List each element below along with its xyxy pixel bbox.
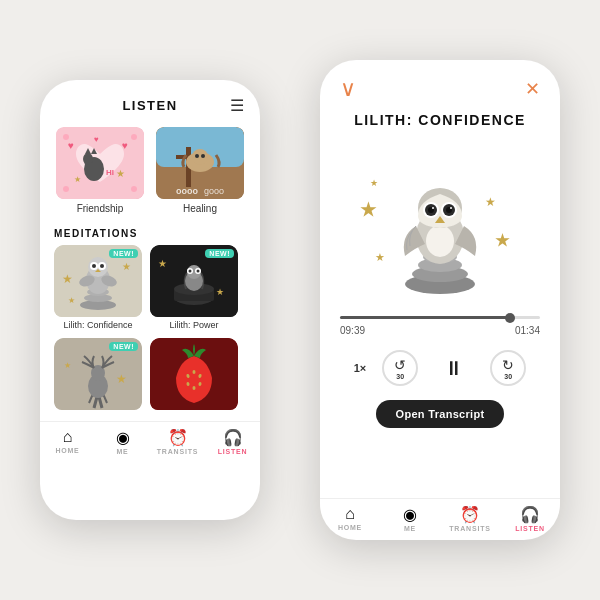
right-nav-home[interactable]: ⌂ HOME <box>320 505 380 532</box>
svg-point-2 <box>131 134 137 140</box>
svg-text:★: ★ <box>485 195 496 209</box>
play-pause-button[interactable]: ⏸ <box>434 348 474 388</box>
svg-text:★: ★ <box>375 251 385 263</box>
close-button[interactable]: ✕ <box>525 78 540 100</box>
meditations-label: MEDITATIONS <box>40 224 260 245</box>
svg-text:oooo: oooo <box>176 186 198 196</box>
left-nav-listen[interactable]: 🎧 LISTEN <box>205 428 260 455</box>
svg-point-22 <box>201 154 205 158</box>
new-badge-lilith-confidence: NEW! <box>109 249 138 258</box>
listen-icon: 🎧 <box>223 428 243 447</box>
home-icon: ⌂ <box>63 428 73 446</box>
transits-label: TRANSITS <box>157 448 198 455</box>
meditations-grid: ★ ★ ★ NEW! Lilith: Confidence <box>40 245 260 338</box>
menu-icon[interactable]: ☰ <box>230 96 244 115</box>
skip-back-button[interactable]: ↺ 30 <box>382 350 418 386</box>
right-phone-title: LILITH: CONFIDENCE <box>320 108 560 136</box>
deer-med-art: ★ ★ NEW! <box>54 338 142 410</box>
listen-card-friendship[interactable]: ♥ ♥ ♥ ★ ★ HI Friendsh <box>54 127 146 214</box>
med-card-lilith-confidence[interactable]: ★ ★ ★ NEW! Lilith: Confidence <box>54 245 142 330</box>
svg-point-21 <box>195 154 199 158</box>
healing-label: Healing <box>183 203 217 214</box>
left-phone-title: LISTEN <box>122 98 177 113</box>
right-transits-label: TRANSITS <box>449 525 490 532</box>
skip-back-label: 30 <box>396 373 404 380</box>
right-me-icon: ◉ <box>403 505 417 524</box>
friendship-label: Friendship <box>77 203 124 214</box>
right-artwork: ★ ★ ★ ★ ★ <box>320 136 560 306</box>
med-card-lilith-power[interactable]: ★ ★ NEW! Lilith: Power <box>150 245 238 330</box>
witch-med-art: ★ ★ NEW! <box>150 245 238 317</box>
transcript-button[interactable]: Open Transcript <box>376 400 505 428</box>
skip-back-icon: ↺ <box>394 357 406 373</box>
left-phone-header: LISTEN ☰ <box>40 80 260 121</box>
home-label: HOME <box>55 447 79 454</box>
right-bottom-nav: ⌂ HOME ◉ ME ⏰ TRANSITS 🎧 LISTEN <box>320 498 560 540</box>
current-time: 09:39 <box>340 325 365 336</box>
owl-med-art: ★ ★ ★ NEW! <box>54 245 142 317</box>
progress-fill <box>340 316 510 319</box>
med-label-lilith-power: Lilith: Power <box>169 320 218 330</box>
svg-text:★: ★ <box>122 261 131 272</box>
spacer <box>320 432 560 498</box>
svg-text:♥: ♥ <box>68 140 74 151</box>
progress-track[interactable] <box>340 316 540 319</box>
left-nav-transits[interactable]: ⏰ TRANSITS <box>150 428 205 455</box>
left-bottom-nav: ⌂ HOME ◉ ME ⏰ TRANSITS 🎧 LISTEN <box>40 421 260 463</box>
svg-point-34 <box>100 264 104 268</box>
strawberry-med-art <box>150 338 238 410</box>
right-home-icon: ⌂ <box>345 505 355 523</box>
svg-point-3 <box>63 186 69 192</box>
svg-text:★: ★ <box>116 168 125 179</box>
me-label: ME <box>116 448 128 455</box>
speed-button[interactable]: 1× <box>354 362 367 374</box>
svg-point-79 <box>450 207 452 209</box>
back-button[interactable]: ∨ <box>340 76 356 102</box>
right-me-label: ME <box>404 525 416 532</box>
me-icon: ◉ <box>116 428 130 447</box>
svg-text:★: ★ <box>370 178 378 188</box>
med-card-deer[interactable]: ★ ★ NEW! <box>54 338 142 413</box>
svg-point-9 <box>83 153 93 165</box>
time-row: 09:39 01:34 <box>340 325 540 336</box>
skip-forward-label: 30 <box>504 373 512 380</box>
svg-point-70 <box>426 225 454 257</box>
svg-text:★: ★ <box>216 287 224 297</box>
left-nav-home[interactable]: ⌂ HOME <box>40 428 95 455</box>
right-listen-icon: 🎧 <box>520 505 540 524</box>
svg-point-33 <box>92 264 96 268</box>
new-badge-lilith-power: NEW! <box>205 249 234 258</box>
right-nav-transits[interactable]: ⏰ TRANSITS <box>440 505 500 532</box>
total-time: 01:34 <box>515 325 540 336</box>
svg-text:gooo: gooo <box>204 186 224 196</box>
svg-point-49 <box>189 270 192 273</box>
right-nav-listen[interactable]: 🎧 LISTEN <box>500 505 560 532</box>
med-card-strawberry[interactable] <box>150 338 238 413</box>
skip-forward-button[interactable]: ↻ 30 <box>490 350 526 386</box>
svg-point-50 <box>197 270 200 273</box>
right-transits-icon: ⏰ <box>460 505 480 524</box>
right-nav-me[interactable]: ◉ ME <box>380 505 440 532</box>
right-phone: ∨ ✕ LILITH: CONFIDENCE <box>320 60 560 540</box>
svg-text:★: ★ <box>62 272 73 286</box>
right-phone-header: ∨ ✕ <box>320 60 560 108</box>
healing-art: oooo gooo <box>156 127 244 199</box>
listen-card-healing[interactable]: oooo gooo Healing <box>154 127 246 214</box>
transits-icon: ⏰ <box>168 428 188 447</box>
phones-container: LISTEN ☰ <box>20 20 580 580</box>
svg-text:★: ★ <box>495 232 510 249</box>
svg-point-64 <box>193 386 196 390</box>
svg-point-78 <box>432 207 434 209</box>
left-phone: LISTEN ☰ <box>40 80 260 520</box>
svg-text:★: ★ <box>64 361 71 370</box>
play-pause-icon: ⏸ <box>444 357 464 380</box>
right-home-label: HOME <box>338 524 362 531</box>
meditations-grid-row2: ★ ★ NEW! <box>40 338 260 421</box>
svg-point-20 <box>192 149 208 165</box>
svg-point-4 <box>131 186 137 192</box>
svg-point-60 <box>193 370 196 374</box>
progress-area: 09:39 01:34 <box>320 306 560 342</box>
left-nav-me[interactable]: ◉ ME <box>95 428 150 455</box>
skip-forward-icon: ↻ <box>502 357 514 373</box>
listen-grid: ♥ ♥ ♥ ★ ★ HI Friendsh <box>40 121 260 224</box>
